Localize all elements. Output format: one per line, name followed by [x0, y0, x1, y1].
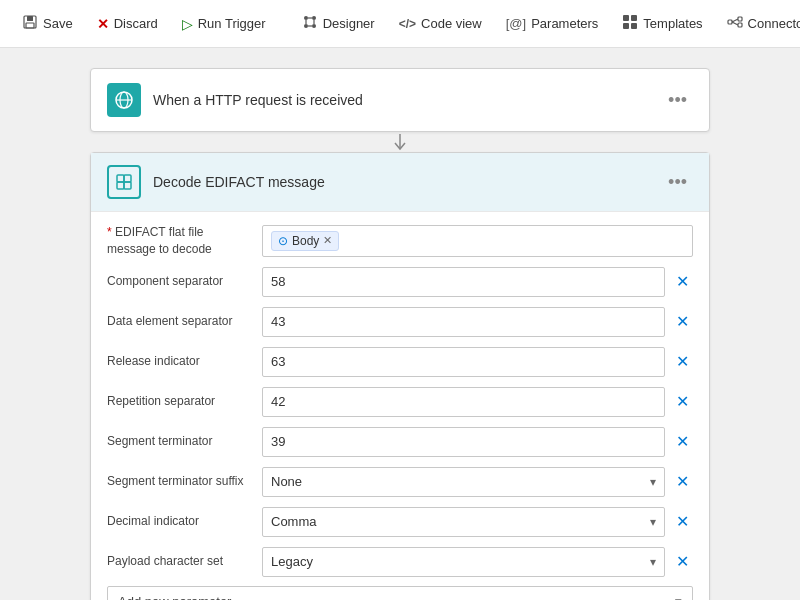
data-element-separator-row: Data element separator ✕ — [107, 306, 693, 338]
trigger-icon — [107, 83, 141, 117]
release-indicator-label: Release indicator — [107, 353, 262, 370]
save-button[interactable]: Save — [12, 8, 83, 39]
segment-terminator-suffix-clear[interactable]: ✕ — [671, 472, 693, 491]
edifact-tag-input[interactable]: ⊙ Body ✕ — [262, 225, 693, 257]
svg-rect-1 — [27, 16, 33, 21]
parameters-icon: [@] — [506, 16, 526, 31]
code-view-button[interactable]: </> Code view — [389, 10, 492, 37]
svg-rect-17 — [738, 23, 742, 27]
svg-point-4 — [312, 16, 316, 20]
chevron-down-icon: ▾ — [650, 475, 656, 489]
arrow-down — [390, 132, 410, 152]
segment-terminator-suffix-value: None — [271, 474, 302, 489]
decimal-indicator-select[interactable]: Comma ▾ — [262, 507, 665, 537]
release-indicator-input[interactable] — [262, 347, 665, 377]
svg-point-5 — [304, 24, 308, 28]
release-indicator-wrap: ✕ — [262, 347, 693, 377]
data-element-separator-wrap: ✕ — [262, 307, 693, 337]
discard-label: Discard — [114, 16, 158, 31]
decimal-indicator-value: Comma — [271, 514, 317, 529]
designer-button[interactable]: Designer — [292, 8, 385, 39]
run-trigger-button[interactable]: ▷ Run Trigger — [172, 10, 276, 38]
designer-icon — [302, 14, 318, 33]
repetition-separator-input[interactable] — [262, 387, 665, 417]
payload-charset-value: Legacy — [271, 554, 313, 569]
payload-charset-label: Payload character set — [107, 553, 262, 570]
svg-rect-14 — [631, 23, 637, 29]
payload-charset-select[interactable]: Legacy ▾ — [262, 547, 665, 577]
release-indicator-clear[interactable]: ✕ — [671, 352, 693, 371]
payload-charset-row: Payload character set Legacy ▾ ✕ — [107, 546, 693, 578]
chevron-down-icon-3: ▾ — [650, 555, 656, 569]
svg-line-18 — [732, 19, 738, 22]
svg-rect-15 — [728, 20, 732, 24]
decimal-indicator-clear[interactable]: ✕ — [671, 512, 693, 531]
svg-rect-11 — [623, 15, 629, 21]
edifact-row: * EDIFACT flat file message to decode ⊙ … — [107, 224, 693, 258]
svg-rect-25 — [124, 175, 131, 182]
data-element-separator-clear[interactable]: ✕ — [671, 312, 693, 331]
segment-terminator-input[interactable] — [262, 427, 665, 457]
toolbar: Save ✕ Discard ▷ Run Trigger Designer </… — [0, 0, 800, 48]
release-indicator-row: Release indicator ✕ — [107, 346, 693, 378]
parameters-label: Parameters — [531, 16, 598, 31]
svg-rect-24 — [117, 175, 124, 182]
code-view-icon: </> — [399, 17, 416, 31]
run-trigger-label: Run Trigger — [198, 16, 266, 31]
segment-terminator-suffix-label: Segment terminator suffix — [107, 473, 262, 490]
required-star: * — [107, 225, 115, 239]
svg-line-19 — [732, 22, 738, 25]
connectors-button[interactable]: Connectors — [717, 8, 800, 39]
tag-icon: ⊙ — [278, 234, 288, 248]
action-icon — [107, 165, 141, 199]
tag-close-button[interactable]: ✕ — [323, 234, 332, 247]
parameters-button[interactable]: [@] Parameters — [496, 10, 609, 37]
segment-terminator-suffix-select[interactable]: None ▾ — [262, 467, 665, 497]
save-icon — [22, 14, 38, 33]
action-card-header: Decode EDIFACT message ••• — [91, 153, 709, 212]
trigger-menu-button[interactable]: ••• — [662, 88, 693, 113]
code-view-label: Code view — [421, 16, 482, 31]
card-body: * EDIFACT flat file message to decode ⊙ … — [91, 212, 709, 600]
trigger-title: When a HTTP request is received — [153, 92, 662, 108]
action-title: Decode EDIFACT message — [153, 174, 662, 190]
svg-point-3 — [304, 16, 308, 20]
data-element-separator-input[interactable] — [262, 307, 665, 337]
templates-button[interactable]: Templates — [612, 8, 712, 39]
component-separator-row: Component separator ✕ — [107, 266, 693, 298]
trigger-card: When a HTTP request is received ••• — [90, 68, 710, 132]
svg-rect-2 — [26, 23, 34, 28]
segment-terminator-clear[interactable]: ✕ — [671, 432, 693, 451]
repetition-separator-clear[interactable]: ✕ — [671, 392, 693, 411]
canvas: When a HTTP request is received ••• Deco… — [0, 48, 800, 600]
segment-terminator-label: Segment terminator — [107, 433, 262, 450]
component-separator-input[interactable] — [262, 267, 665, 297]
discard-button[interactable]: ✕ Discard — [87, 10, 168, 38]
connectors-label: Connectors — [748, 16, 800, 31]
discard-icon: ✕ — [97, 16, 109, 32]
segment-terminator-suffix-wrap: None ▾ ✕ — [262, 467, 693, 497]
repetition-separator-row: Repetition separator ✕ — [107, 386, 693, 418]
add-parameter-row[interactable]: Add new parameter ▾ — [107, 586, 693, 600]
repetition-separator-label: Repetition separator — [107, 393, 262, 410]
decimal-indicator-label: Decimal indicator — [107, 513, 262, 530]
run-icon: ▷ — [182, 16, 193, 32]
body-tag-label: Body — [292, 234, 319, 248]
decimal-indicator-wrap: Comma ▾ ✕ — [262, 507, 693, 537]
data-element-separator-label: Data element separator — [107, 313, 262, 330]
add-parameter-chevron: ▾ — [675, 594, 682, 600]
body-tag: ⊙ Body ✕ — [271, 231, 339, 251]
segment-terminator-suffix-row: Segment terminator suffix None ▾ ✕ — [107, 466, 693, 498]
svg-rect-27 — [124, 182, 131, 189]
component-separator-clear[interactable]: ✕ — [671, 272, 693, 291]
templates-label: Templates — [643, 16, 702, 31]
svg-rect-13 — [623, 23, 629, 29]
save-label: Save — [43, 16, 73, 31]
payload-charset-clear[interactable]: ✕ — [671, 552, 693, 571]
action-menu-button[interactable]: ••• — [662, 170, 693, 195]
segment-terminator-wrap: ✕ — [262, 427, 693, 457]
chevron-down-icon-2: ▾ — [650, 515, 656, 529]
add-parameter-label: Add new parameter — [118, 594, 231, 600]
svg-rect-12 — [631, 15, 637, 21]
svg-rect-26 — [117, 182, 124, 189]
